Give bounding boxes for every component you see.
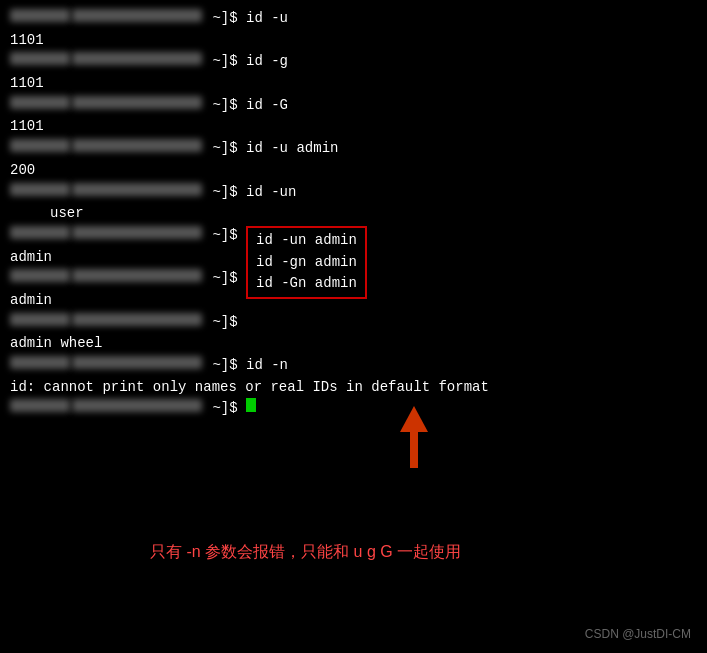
blurred-host-5 — [72, 183, 202, 196]
blurred-host-last — [72, 399, 202, 412]
blurred-user-6 — [10, 226, 70, 239]
redbox-section: ~]$ admin ~]$ admin ~]$ — [10, 225, 697, 333]
terminal-line-7: ~]$ — [10, 268, 246, 290]
blurred-user-8 — [10, 313, 70, 326]
blurred-host-4 — [72, 139, 202, 152]
terminal-line-1: ~]$ id -u — [10, 8, 697, 30]
blurred-user-5 — [10, 183, 70, 196]
blurred-host-9 — [72, 356, 202, 369]
blurred-user-3 — [10, 96, 70, 109]
arrow-head — [400, 406, 428, 432]
terminal-line-last: ~]$ — [10, 398, 697, 420]
csdn-watermark: CSDN @JustDI-CM — [585, 627, 691, 641]
output-5: user — [10, 203, 697, 225]
blurred-user-4 — [10, 139, 70, 152]
cmd-4: id -u admin — [246, 138, 338, 160]
terminal-line-8: ~]$ — [10, 312, 246, 334]
blurred-user-2 — [10, 52, 70, 65]
blurred-host-7 — [72, 269, 202, 282]
redbox-cmd-2: id -gn admin — [256, 252, 357, 274]
redbox-cmd-3: id -Gn admin — [256, 273, 357, 295]
arrow-annotation — [400, 406, 428, 468]
cmd-3: id -G — [246, 95, 288, 117]
blurred-user-1 — [10, 9, 70, 22]
cmd-9: id -n — [246, 355, 288, 377]
redbox-cmd-1: id -un admin — [256, 230, 357, 252]
cmd-1: id -u — [246, 8, 288, 30]
terminal-cursor — [246, 398, 256, 412]
red-box: id -un admin id -gn admin id -Gn admin — [246, 226, 367, 299]
output-4: 200 — [10, 160, 697, 182]
blurred-user-9 — [10, 356, 70, 369]
blurred-host-8 — [72, 313, 202, 326]
arrow-shaft — [410, 432, 418, 468]
output-6: admin — [10, 247, 246, 269]
output-3: 1101 — [10, 116, 697, 138]
cmd-2: id -g — [246, 51, 288, 73]
terminal: ~]$ id -u 1101 ~]$ id -g 1101 ~]$ id -G … — [0, 0, 707, 428]
terminal-line-3: ~]$ id -G — [10, 95, 697, 117]
output-2: 1101 — [10, 73, 697, 95]
blurred-user-7 — [10, 269, 70, 282]
cmd-5: id -un — [246, 182, 296, 204]
output-7: admin — [10, 290, 246, 312]
redbox-prompts: ~]$ admin ~]$ admin ~]$ — [10, 225, 246, 333]
blurred-host-6 — [72, 226, 202, 239]
output-1: 1101 — [10, 30, 697, 52]
blurred-host-3 — [72, 96, 202, 109]
output-9: id: cannot print only names or real IDs … — [10, 377, 697, 399]
blurred-host-2 — [72, 52, 202, 65]
blurred-user-last — [10, 399, 70, 412]
terminal-line-4: ~]$ id -u admin — [10, 138, 697, 160]
terminal-line-6: ~]$ — [10, 225, 246, 247]
terminal-line-5: ~]$ id -un — [10, 182, 697, 204]
terminal-line-9: ~]$ id -n — [10, 355, 697, 377]
terminal-line-2: ~]$ id -g — [10, 51, 697, 73]
annotation-text: 只有 -n 参数会报错，只能和 u g G 一起使用 — [150, 542, 461, 563]
blurred-host-1 — [72, 9, 202, 22]
output-8: admin wheel — [10, 333, 697, 355]
